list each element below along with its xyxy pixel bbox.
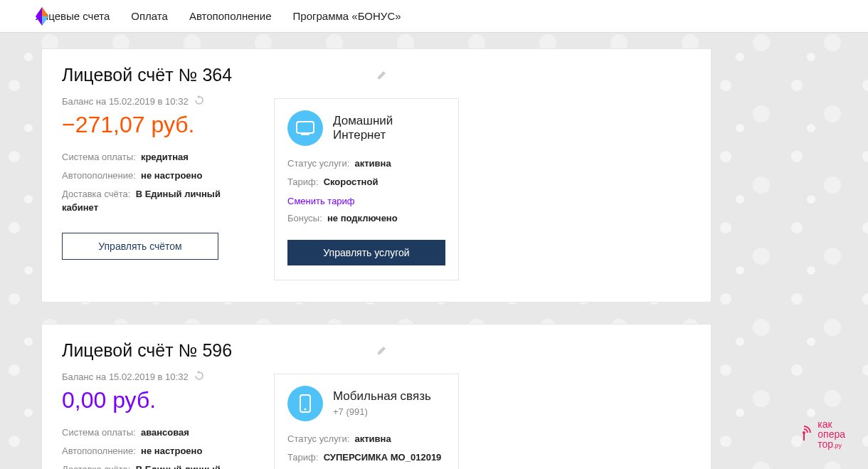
top-nav: Лицевые счета Оплата Автопополнение Прог… (0, 0, 868, 33)
service-status-line: Статус услуги: активна (287, 157, 445, 170)
logo-icon (36, 7, 48, 26)
page-body: Лицевой счёт № 364 Баланс на 15.02.2019 … (0, 33, 711, 469)
account-card: Лицевой счёт № 596 Баланс на 15.02.2019 … (41, 324, 711, 469)
autopay-line: Автопополнение: не настроено (62, 445, 254, 458)
svg-point-3 (305, 408, 307, 410)
account-card: Лицевой счёт № 364 Баланс на 15.02.2019 … (41, 48, 711, 302)
service-status-line: Статус услуги: активна (287, 433, 445, 446)
delivery-line: Доставка счёта: В Единый личный кабинет (62, 188, 254, 214)
service-phone: +7 (991) (333, 406, 431, 417)
nav-autopay[interactable]: Автопополнение (189, 10, 272, 22)
service-name: Мобильная связь (333, 389, 431, 404)
service-name: Домашний Интернет (333, 114, 445, 142)
balance-amount: 0,00 руб. (62, 387, 254, 413)
service-card: Домашний Интернет Статус услуги: активна… (274, 98, 459, 280)
balance-timestamp: Баланс на 15.02.2019 в 10:32 (62, 95, 254, 107)
mobile-icon (287, 386, 323, 421)
balance-amount: −271,07 руб. (62, 112, 254, 138)
nav-payment[interactable]: Оплата (131, 10, 168, 22)
refresh-icon[interactable] (194, 95, 204, 107)
delivery-line: Доставка счёта: В Единый личный кабинет (62, 463, 254, 469)
payment-system-line: Система оплаты: авансовая (62, 426, 254, 439)
refresh-icon[interactable] (194, 371, 204, 383)
service-tariff-line: Тариф: Скоростной (287, 176, 445, 189)
watermark: как опера тор.ру (795, 419, 845, 449)
watermark-text: как опера тор.ру (817, 419, 845, 449)
change-tariff-link[interactable]: Сменить тариф (287, 196, 355, 206)
service-card: Мобильная связь +7 (991) Статус услуги: … (274, 374, 459, 469)
watermark-icon (795, 423, 813, 445)
account-info: Баланс на 15.02.2019 в 10:32 −271,07 руб… (62, 95, 254, 260)
manage-service-button[interactable]: Управлять услугой (287, 240, 445, 265)
manage-account-button[interactable]: Управлять счётом (62, 233, 218, 260)
payment-system-line: Система оплаты: кредитная (62, 151, 254, 164)
internet-icon (287, 110, 323, 146)
service-bonus-line: Бонусы: не подключено (287, 212, 445, 225)
balance-timestamp: Баланс на 15.02.2019 в 10:32 (62, 371, 254, 383)
account-info: Баланс на 15.02.2019 в 10:32 0,00 руб. С… (62, 371, 254, 469)
autopay-line: Автопополнение: не настроено (62, 169, 254, 182)
svg-rect-0 (297, 122, 314, 133)
nav-bonus[interactable]: Программа «БОНУС» (293, 10, 401, 22)
edit-icon[interactable] (376, 344, 388, 359)
edit-icon[interactable] (376, 69, 388, 83)
service-tariff-line: Тариф: СУПЕРСИМКА МО_012019 (287, 451, 445, 464)
